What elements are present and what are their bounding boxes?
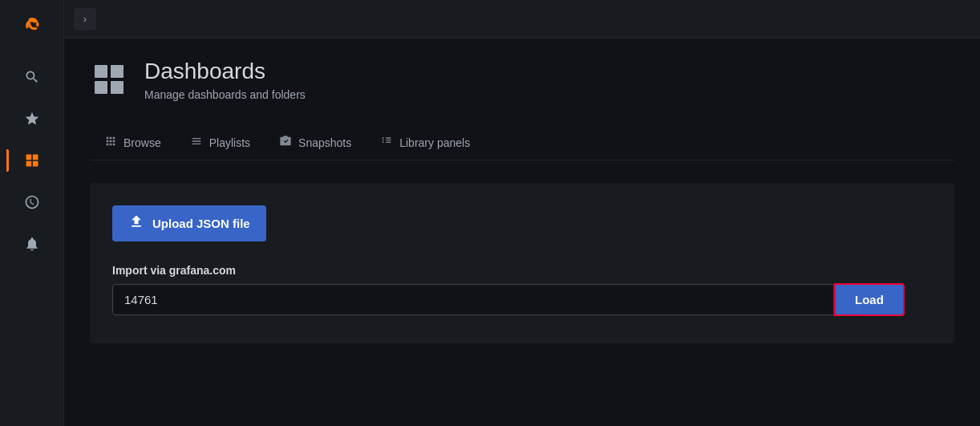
playlists-tab-icon — [190, 135, 203, 151]
page-header: Dashboards Manage dashboards and folders — [90, 58, 954, 101]
browse-tab-icon — [104, 135, 117, 151]
page-content: Dashboards Manage dashboards and folders… — [64, 39, 980, 426]
grafana-logo[interactable] — [16, 10, 48, 42]
dashboards-icon — [24, 152, 40, 168]
page-header-icon — [90, 60, 128, 99]
tab-browse[interactable]: Browse — [90, 127, 176, 160]
upload-json-button[interactable]: Upload JSON file — [112, 205, 266, 241]
sidebar-item-explore[interactable] — [13, 183, 51, 221]
svg-rect-0 — [95, 65, 107, 78]
sidebar-item-search[interactable] — [13, 58, 51, 96]
upload-icon — [128, 213, 144, 233]
sidebar-item-alerting[interactable] — [13, 225, 51, 263]
dashboards-page-icon — [90, 60, 128, 99]
explore-icon — [24, 194, 40, 210]
tab-library-panels-label: Library panels — [399, 136, 470, 149]
star-icon — [24, 111, 40, 127]
page-header-text: Dashboards Manage dashboards and folders — [144, 58, 306, 101]
tab-playlists-label: Playlists — [209, 136, 250, 149]
topbar: › — [64, 0, 980, 39]
sidebar-item-dashboards[interactable] — [13, 141, 51, 180]
tab-snapshots-label: Snapshots — [298, 136, 351, 149]
tab-library-panels[interactable]: Library panels — [366, 127, 484, 160]
content-panel: Upload JSON file Import via grafana.com … — [90, 183, 954, 343]
load-button[interactable]: Load — [834, 283, 905, 316]
library-panels-tab-icon — [380, 135, 393, 151]
import-section: Import via grafana.com Load — [112, 264, 932, 316]
upload-json-label: Upload JSON file — [152, 217, 250, 230]
bell-icon — [24, 236, 40, 252]
search-icon — [24, 69, 40, 85]
tab-snapshots[interactable]: Snapshots — [265, 127, 366, 160]
svg-rect-2 — [95, 81, 107, 94]
grafana-import-label: Import via grafana.com — [112, 264, 932, 277]
sidebar — [0, 0, 64, 426]
svg-rect-1 — [111, 65, 124, 78]
grafana-id-input[interactable] — [112, 284, 834, 315]
sidebar-item-starred[interactable] — [13, 99, 51, 138]
collapse-sidebar-button[interactable]: › — [74, 8, 96, 30]
tab-browse-label: Browse — [124, 136, 161, 149]
svg-rect-3 — [111, 81, 124, 94]
main-area: › Dashboards Manage dashboards and folde… — [64, 0, 980, 426]
page-title: Dashboards — [144, 58, 306, 85]
tab-playlists[interactable]: Playlists — [176, 127, 265, 160]
import-row: Load — [112, 283, 932, 316]
tabs-bar: Browse Playlists Snapshots — [90, 127, 954, 160]
snapshots-tab-icon — [279, 135, 292, 151]
page-subtitle: Manage dashboards and folders — [144, 88, 306, 101]
